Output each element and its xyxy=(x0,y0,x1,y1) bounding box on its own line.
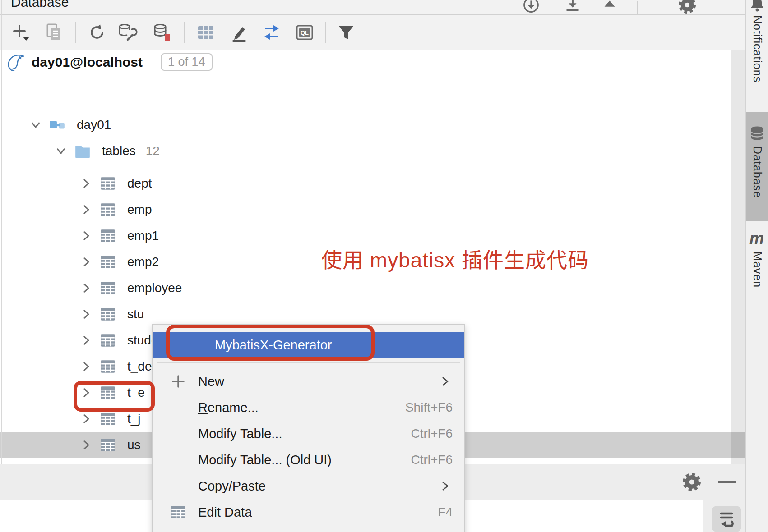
chevron-right-icon[interactable] xyxy=(79,229,93,243)
table-icon xyxy=(99,253,116,271)
plus-icon xyxy=(168,373,189,390)
maven-icon[interactable]: m xyxy=(749,229,764,248)
stripe-tab-database-active[interactable]: Database xyxy=(746,112,768,221)
menu-shortcut: Ctrl+F6 xyxy=(411,453,453,467)
menu-item-modify-table[interactable]: Modify Table... Ctrl+F6 xyxy=(153,421,464,447)
connection-name: day01@localhost xyxy=(32,55,143,70)
duplicate-icon[interactable] xyxy=(44,23,64,42)
chevron-right-icon[interactable] xyxy=(79,412,93,426)
refresh-icon[interactable] xyxy=(87,23,107,42)
collapse-icon[interactable] xyxy=(600,0,619,14)
bell-icon[interactable] xyxy=(749,0,765,13)
minimize-icon[interactable] xyxy=(718,481,736,483)
svg-text:QL: QL xyxy=(301,29,309,36)
schema-icon xyxy=(49,116,66,133)
chevron-right-icon[interactable] xyxy=(79,177,93,190)
tree-row-table[interactable]: emp xyxy=(0,197,745,223)
table-icon xyxy=(99,280,116,297)
download-circle-icon[interactable] xyxy=(522,0,541,14)
chevron-right-icon[interactable] xyxy=(79,334,93,347)
filter-icon[interactable] xyxy=(336,23,356,42)
database-icon xyxy=(749,125,765,142)
database-tool-window: Database QL day01 xyxy=(0,0,768,532)
chevron-right-icon[interactable] xyxy=(79,360,93,373)
tree-row-table[interactable]: dept xyxy=(0,170,745,197)
chevron-right-icon[interactable] xyxy=(79,255,93,269)
detach-datasource-icon[interactable] xyxy=(153,23,172,42)
toolbar-separator xyxy=(184,22,185,43)
stripe-tab-maven[interactable]: Maven xyxy=(751,252,764,288)
tool-window-header: Database xyxy=(0,0,745,15)
chevron-right-icon[interactable] xyxy=(79,281,93,295)
restore-layout-icon xyxy=(717,509,736,529)
menu-shortcut: F4 xyxy=(438,505,453,519)
partial-icon xyxy=(168,530,189,532)
menu-item-rename[interactable]: Rename... Shift+F6 xyxy=(153,394,464,421)
table-count: 12 xyxy=(146,144,160,158)
table-icon xyxy=(99,175,116,192)
menu-shortcut: Shift+F6 xyxy=(405,400,453,415)
table-icon xyxy=(99,201,116,218)
annotation-text: 使用 mybatisx 插件生成代码 xyxy=(321,243,589,273)
add-datasource-icon[interactable] xyxy=(11,23,31,42)
submenu-arrow-icon xyxy=(440,375,450,388)
folder-icon xyxy=(74,142,91,160)
menu-item-new[interactable]: New xyxy=(153,368,464,394)
menu-item-modify-table-old-ui[interactable]: Modify Table... (Old UI) Ctrl+F6 xyxy=(153,447,464,473)
annotation-box-selected-table xyxy=(74,381,155,412)
table-icon xyxy=(99,436,116,454)
tree-row-table[interactable]: stu xyxy=(0,301,745,327)
menu-item-edit-data[interactable]: Edit Data F4 xyxy=(153,499,464,525)
toolbar-separator xyxy=(325,22,326,43)
table-icon xyxy=(168,504,189,521)
table-icon xyxy=(99,332,116,349)
table-icon xyxy=(99,410,116,427)
table-view-icon[interactable] xyxy=(196,23,216,42)
window-left-border xyxy=(1,0,2,464)
dock-down-icon[interactable] xyxy=(563,0,582,14)
annotation-box-generator xyxy=(166,325,375,361)
gear-icon[interactable] xyxy=(682,472,702,492)
table-icon xyxy=(99,227,116,244)
database-toolbar: QL xyxy=(0,15,745,50)
edit-icon[interactable] xyxy=(230,23,250,42)
search-result-badge: 1 of 14 xyxy=(161,53,213,71)
gear-icon[interactable] xyxy=(678,0,697,14)
chevron-right-icon[interactable] xyxy=(79,203,93,216)
table-icon xyxy=(99,358,116,375)
header-separator xyxy=(637,1,638,14)
tree-row-tables-folder[interactable]: tables 12 xyxy=(0,138,745,164)
datasource-properties-icon[interactable] xyxy=(118,23,138,42)
query-console-icon[interactable]: QL xyxy=(295,23,315,42)
menu-item-copy-paste[interactable]: Copy/Paste xyxy=(153,473,464,499)
jump-to-console-icon[interactable] xyxy=(262,23,282,42)
toolbar-separator xyxy=(75,22,76,43)
corner-tool-button[interactable] xyxy=(712,506,741,532)
tool-window-stripe: Notifications Database m Maven xyxy=(745,0,768,532)
menu-item-partial[interactable] xyxy=(153,525,464,532)
chevron-down-icon[interactable] xyxy=(54,144,68,158)
stripe-tab-notifications[interactable]: Notifications xyxy=(751,15,764,83)
menu-separator xyxy=(157,362,460,363)
submenu-arrow-icon xyxy=(440,479,450,493)
chevron-down-icon[interactable] xyxy=(29,118,42,132)
tree-row-schema-day01[interactable]: day01 xyxy=(0,112,745,138)
tree-root-row[interactable]: day01@localhost 1 of 14 xyxy=(0,50,731,74)
tool-window-title: Database xyxy=(11,0,69,10)
mysql-dolphin-icon xyxy=(6,53,25,72)
tree-row-table[interactable]: employee xyxy=(0,275,745,301)
chevron-right-icon[interactable] xyxy=(79,307,93,321)
table-icon xyxy=(99,306,116,323)
chevron-right-icon[interactable] xyxy=(79,438,93,452)
menu-shortcut: Ctrl+F6 xyxy=(411,427,453,441)
